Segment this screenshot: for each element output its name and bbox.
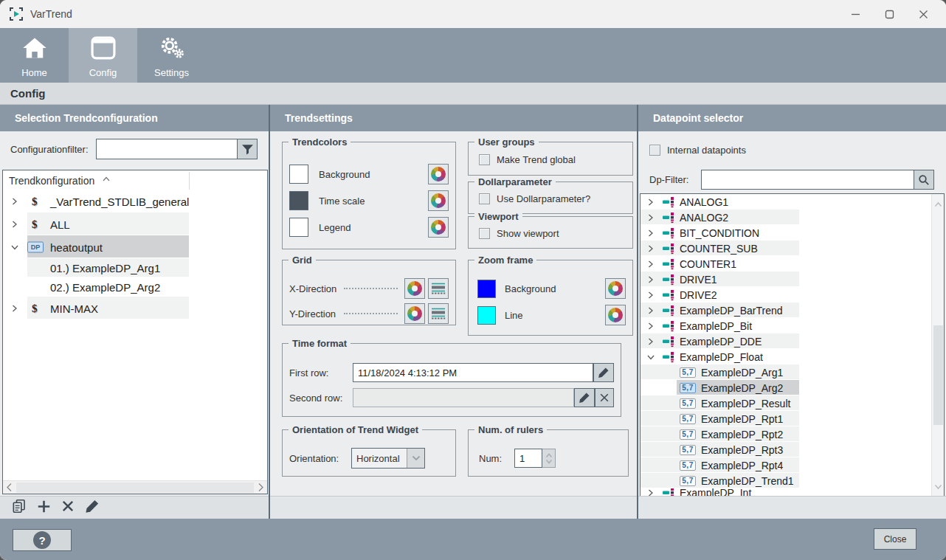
zoomframe-line-colorpicker-button[interactable] — [605, 305, 626, 325]
tree-item-heatoutput[interactable]: DPheatoutput — [3, 235, 267, 258]
line-style-icon — [431, 282, 446, 295]
tree-item-ANALOG2[interactable]: ANALOG2 — [641, 210, 931, 225]
vertical-scrollbar[interactable] — [931, 194, 944, 496]
chevron-right-icon[interactable] — [646, 291, 655, 300]
trendcolor-row-timescale: Time scale — [289, 187, 449, 214]
chevron-right-icon[interactable] — [646, 229, 655, 238]
first-row-input[interactable] — [353, 363, 593, 382]
use-dollarparameter-checkbox[interactable] — [479, 193, 490, 204]
scroll-left-icon[interactable] — [6, 483, 13, 492]
tree-item-ExampleDP_Float[interactable]: ExampleDP_Float — [641, 349, 931, 364]
tree-item-_VarTrend_STDLIB_general[interactable]: $_VarTrend_STDLIB_general — [3, 190, 267, 212]
chevron-down-icon[interactable] — [10, 243, 19, 251]
chevron-right-icon[interactable] — [10, 304, 18, 313]
nav-config[interactable]: Config — [69, 28, 137, 83]
hscroll-thumb[interactable] — [16, 483, 254, 493]
x-grid-linestyle-button[interactable] — [428, 278, 449, 299]
tree-item-COUNTER_SUB[interactable]: COUNTER_SUB — [641, 241, 931, 256]
y-grid-linestyle-button[interactable] — [428, 303, 449, 324]
configurationfilter-input[interactable] — [96, 139, 238, 159]
scroll-right-icon[interactable] — [258, 483, 264, 492]
dp-group-icon: DP — [27, 241, 44, 252]
minimize-button[interactable] — [838, 0, 872, 28]
tree-item-BIT_CONDITION[interactable]: BIT_CONDITION — [641, 225, 931, 241]
tree-item-label: ExampleDP_Float — [680, 351, 763, 363]
x-grid-colorpicker-button[interactable] — [404, 278, 425, 299]
chevron-right-icon[interactable] — [646, 337, 655, 346]
tree-item-MIN-MAX[interactable]: $MIN-MAX — [3, 297, 267, 319]
horizontal-scrollbar[interactable] — [3, 480, 267, 494]
tree-item-ExampleDP_DDE[interactable]: ExampleDP_DDE — [641, 333, 931, 349]
spinner-up-icon[interactable] — [545, 453, 553, 458]
chevron-right-icon[interactable] — [646, 306, 655, 315]
show-viewport-checkbox[interactable] — [479, 228, 490, 239]
help-button[interactable]: ? — [13, 529, 72, 551]
zoomframe-background-colorpicker-button[interactable] — [605, 278, 626, 299]
chevron-right-icon[interactable] — [10, 220, 18, 229]
tree-item-ANALOG1[interactable]: ANALOG1 — [641, 194, 931, 210]
nav-settings[interactable]: Settings — [137, 28, 206, 83]
tree-item-ExampleDP_Trend1[interactable]: 5,7ExampleDP_Trend1 — [641, 473, 931, 488]
tree-item-01.) ExampleDP_Arg1[interactable]: 01.) ExampleDP_Arg1 — [3, 258, 267, 277]
maximize-button[interactable] — [872, 0, 906, 28]
orientation-dropdown[interactable]: Horizontal — [351, 448, 425, 469]
vscroll-thumb[interactable] — [933, 325, 943, 425]
tree-item-ExampleDP_Arg2[interactable]: 5,7ExampleDP_Arg2 — [641, 380, 931, 395]
tree-item-label: ExampleDP_BarTrend — [680, 305, 783, 317]
internal-datapoints-checkbox[interactable] — [649, 145, 660, 156]
tree-column-header[interactable]: Trendkonfiguration — [3, 170, 267, 190]
grid-title: Grid — [289, 255, 316, 266]
tree-item-DRIVE1[interactable]: DRIVE1 — [641, 272, 931, 287]
y-grid-colorpicker-button[interactable] — [404, 303, 425, 324]
num-input[interactable] — [514, 449, 542, 468]
num-spinner[interactable] — [542, 449, 556, 468]
tree-item-ExampleDP_Rpt3[interactable]: 5,7ExampleDP_Rpt3 — [641, 442, 931, 457]
close-button[interactable]: Close — [874, 528, 916, 550]
second-row-edit-button[interactable] — [574, 388, 595, 407]
second-row-clear-button[interactable] — [595, 388, 614, 407]
chevron-right-icon[interactable] — [646, 198, 655, 207]
chevron-right-icon[interactable] — [646, 244, 655, 253]
tree-item-ExampleDP_Bit[interactable]: ExampleDP_Bit — [641, 318, 931, 333]
timescale-colorpicker-button[interactable] — [428, 190, 449, 211]
close-window-button[interactable] — [906, 0, 940, 28]
zoomframe-row-line: Line — [477, 302, 626, 328]
make-trend-global-checkbox[interactable] — [479, 154, 490, 165]
chevron-right-icon[interactable] — [646, 213, 655, 222]
dp-filter-input[interactable] — [701, 170, 914, 190]
chevron-right-icon[interactable] — [646, 322, 655, 331]
tree-item-ExampleDP_Rpt1[interactable]: 5,7ExampleDP_Rpt1 — [641, 411, 931, 426]
copy-configuration-button[interactable] — [12, 499, 27, 516]
minimize-icon — [851, 10, 860, 19]
tree-item-ExampleDP_Rpt2[interactable]: 5,7ExampleDP_Rpt2 — [641, 426, 931, 442]
legend-colorpicker-button[interactable] — [428, 217, 449, 238]
edit-configuration-button[interactable] — [85, 499, 100, 516]
tree-item-ALL[interactable]: $ALL — [3, 212, 267, 235]
add-configuration-button[interactable] — [37, 499, 51, 516]
scroll-up-icon[interactable] — [934, 197, 942, 210]
tree-item-02.) ExampleDP_Arg2[interactable]: 02.) ExampleDP_Arg2 — [3, 277, 267, 297]
chevron-down-icon[interactable] — [646, 353, 655, 361]
tree-item-ExampleDP_Result[interactable]: 5,7ExampleDP_Result — [641, 395, 931, 411]
first-row-edit-button[interactable] — [593, 363, 614, 382]
second-row-input[interactable] — [353, 388, 574, 407]
tree-item-DRIVE2[interactable]: DRIVE2 — [641, 287, 931, 303]
chevron-down-icon[interactable] — [407, 449, 424, 468]
pencil-icon — [579, 392, 590, 404]
filter-button[interactable] — [237, 139, 258, 159]
tree-item-ExampleDP_Rpt4[interactable]: 5,7ExampleDP_Rpt4 — [641, 457, 931, 473]
chevron-right-icon[interactable] — [646, 260, 655, 269]
dp-search-button[interactable] — [914, 170, 934, 190]
tree-item-COUNTER1[interactable]: COUNTER1 — [641, 256, 931, 272]
scroll-down-icon[interactable] — [934, 480, 942, 493]
grid-row-x: X-Direction — [289, 276, 449, 301]
delete-configuration-button[interactable] — [61, 499, 75, 516]
spinner-down-icon[interactable] — [545, 459, 553, 464]
chevron-right-icon[interactable] — [646, 275, 655, 284]
y-direction-label: Y-Direction — [289, 308, 344, 319]
background-colorpicker-button[interactable] — [428, 164, 449, 184]
tree-item-ExampleDP_BarTrend[interactable]: ExampleDP_BarTrend — [641, 303, 931, 318]
tree-item-ExampleDP_Arg1[interactable]: 5,7ExampleDP_Arg1 — [641, 364, 931, 380]
nav-home[interactable]: Home — [0, 28, 69, 83]
chevron-right-icon[interactable] — [10, 197, 18, 206]
